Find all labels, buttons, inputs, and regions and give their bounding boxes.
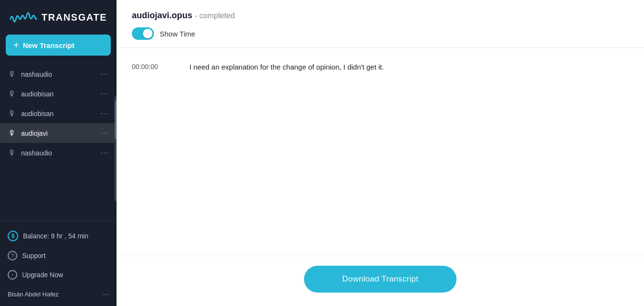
mic-icon: 🎙 — [8, 109, 16, 118]
mic-icon: 🎙 — [8, 90, 16, 98]
mic-icon: 🎙 — [8, 149, 16, 157]
sidebar-item-label: audiobisan — [21, 90, 95, 98]
sidebar-scrollbar-thumb — [115, 101, 117, 139]
sidebar-item-label: nashaudio — [21, 149, 95, 157]
transcript-timestamp: 00:00:00 — [132, 61, 170, 72]
logo-text: TRANSGATE — [42, 12, 107, 23]
main-header: audiojavi.opus - completed Show Time — [117, 0, 644, 48]
logo-area: TRANSGATE — [0, 0, 117, 33]
sidebar-item-nashaudio1[interactable]: 🎙 nashaudio ··· — [0, 64, 117, 84]
logo-wave-icon — [10, 9, 37, 26]
balance-label: Balance: 9 hr , 54 min — [23, 232, 88, 240]
more-icon[interactable]: ··· — [100, 89, 109, 99]
transcript-text: I need an explanation for the change of … — [189, 61, 384, 73]
upgrade-label: Upgrade Now — [22, 271, 63, 279]
sidebar-items-list: 🎙 nashaudio ··· 🎙 audiobisan ··· 🎙 audio… — [0, 62, 117, 221]
toggle-label: Show Time — [160, 30, 195, 38]
upgrade-icon: ↑ — [8, 270, 17, 280]
mic-icon: 🎙 — [8, 70, 16, 79]
new-transcript-label: New Transcript — [23, 41, 75, 49]
mic-icon: 🎙 — [8, 129, 16, 138]
sidebar-item-audiobisan2[interactable]: 🎙 audiobisan ··· — [0, 104, 117, 123]
user-more-icon[interactable]: ··· — [102, 289, 109, 299]
sidebar-bottom: $ Balance: 9 hr , 54 min ? Support ↑ Upg… — [0, 221, 117, 306]
more-icon[interactable]: ··· — [100, 108, 109, 118]
balance-icon: $ — [8, 231, 18, 241]
sidebar-scrollbar[interactable] — [115, 96, 117, 201]
filename: audiojavi.opus — [132, 11, 192, 20]
user-name: Bisán Abdel Hafez — [8, 291, 97, 298]
support-label: Support — [22, 252, 46, 259]
sidebar-support[interactable]: ? Support — [0, 246, 117, 265]
sidebar-upgrade[interactable]: ↑ Upgrade Now — [0, 265, 117, 284]
sidebar-item-audiojavi[interactable]: 🎙 audiojavi ··· — [0, 123, 117, 143]
sidebar-item-audiobisan1[interactable]: 🎙 audiobisan ··· — [0, 84, 117, 104]
sidebar-item-label: audiojavi — [21, 129, 95, 137]
plus-icon: + — [13, 40, 19, 50]
more-icon[interactable]: ··· — [100, 128, 109, 138]
user-profile[interactable]: Bisán Abdel Hafez ··· — [0, 284, 117, 304]
download-transcript-button[interactable]: Download Transcript — [304, 266, 457, 293]
file-status-text: - completed — [195, 12, 235, 20]
more-icon[interactable]: ··· — [100, 69, 109, 79]
support-icon: ? — [8, 251, 17, 260]
sidebar-item-nashaudio2[interactable]: 🎙 nashaudio ··· — [0, 143, 117, 163]
new-transcript-button[interactable]: + New Transcript — [6, 35, 111, 56]
toggle-row: Show Time — [132, 27, 629, 40]
sidebar-balance: $ Balance: 9 hr , 54 min — [0, 226, 117, 246]
sidebar-item-label: audiobisan — [21, 110, 95, 118]
more-icon[interactable]: ··· — [100, 148, 109, 158]
sidebar: TRANSGATE + New Transcript 🎙 nashaudio ·… — [0, 0, 117, 306]
file-title: audiojavi.opus - completed — [132, 11, 629, 21]
download-area: Download Transcript — [117, 256, 644, 306]
transcript-line: 00:00:00 I need an explanation for the c… — [132, 61, 629, 73]
toggle-knob — [143, 29, 152, 38]
sidebar-item-label: nashaudio — [21, 71, 95, 78]
show-time-toggle[interactable] — [132, 27, 154, 40]
transcript-area: 00:00:00 I need an explanation for the c… — [117, 48, 644, 256]
main-content: audiojavi.opus - completed Show Time 00:… — [117, 0, 644, 306]
